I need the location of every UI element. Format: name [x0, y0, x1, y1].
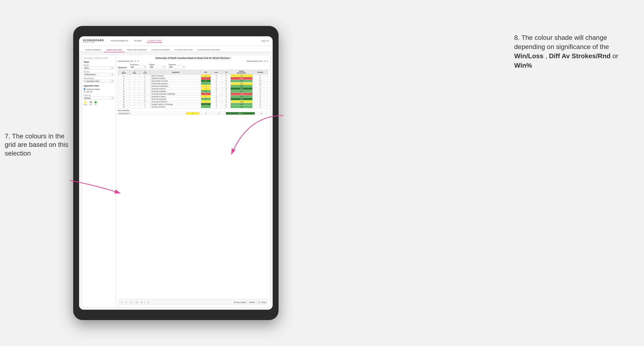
subnav-team-h2h-grid[interactable]: TEAM H2H GRID: [104, 48, 124, 52]
division-label: Division: [84, 71, 114, 73]
nav-committee[interactable]: COMMITTEE: [146, 39, 162, 43]
opponent-label: Opponent: [168, 64, 185, 65]
radio-opponents-played[interactable]: Opponents Played: [84, 88, 114, 90]
subnav-team-h2h-heatmap[interactable]: TEAM H2H HEATMAP: [124, 48, 150, 52]
cell-diff: 2.61: [230, 90, 252, 93]
cell-conf: 5: [140, 100, 150, 103]
sidebar-gender-field: Gender Men's: [84, 64, 114, 70]
legend-level: Level: [89, 101, 92, 105]
opponent-select[interactable]: (All): [168, 66, 185, 68]
division-select[interactable]: NCAA Division I: [84, 73, 114, 76]
cell-rank: 8: [118, 85, 130, 87]
cell-conf: 2: [140, 82, 150, 85]
cell-rounds: 2: [252, 87, 268, 90]
cell-reg: -: [130, 77, 140, 80]
cell-rank: 14: [118, 100, 130, 103]
radio-top-100[interactable]: Top 100: [84, 91, 114, 93]
cell-rounds: 17: [252, 80, 268, 82]
right-content: University of North Carolina Head-to-Hea…: [116, 55, 270, 307]
watch-button[interactable]: Watch ▾: [249, 302, 256, 303]
cell-diff: 9.00: [230, 87, 252, 90]
filters-row: Opponents: Conference (All) Region (All): [118, 64, 268, 68]
cell-reg: -: [130, 85, 140, 87]
cell-rank: 16: [118, 106, 130, 108]
cell-rounds: 8: [252, 90, 268, 93]
cell-win: 1: [201, 95, 210, 98]
share-button[interactable]: Share: [262, 302, 266, 303]
copy-button[interactable]: ⧉: [136, 301, 138, 304]
tablet-screen: SCOREBOARD Powered by clippd TOURNAMENTS…: [79, 36, 273, 310]
logo-sub: Powered by clippd: [83, 42, 104, 43]
sign-out-button[interactable]: | Sign out: [261, 40, 269, 42]
conference-select[interactable]: (All): [130, 66, 146, 68]
cell-reg: -: [130, 80, 140, 82]
cell-opponent: Georgia Institute of Technology: [150, 103, 201, 106]
cell-win: 0: [201, 77, 210, 80]
cell-loss: 0: [210, 103, 222, 106]
nav-teams[interactable]: TEAMS: [133, 39, 143, 43]
cell-diff: 2.33: [230, 95, 252, 98]
cell-reg: -: [130, 95, 140, 98]
cell-reg: -: [130, 74, 140, 77]
subnav-team-summary[interactable]: TEAM SUMMARY: [83, 48, 104, 52]
table-row: 3 - 2 Vanderbilt University 0 4 0 -2.29 …: [118, 77, 268, 80]
cell-rank: 9: [118, 87, 130, 90]
cell-win: 2: [201, 74, 210, 77]
cell-win: 4: [201, 82, 210, 85]
cell-rounds: 9: [252, 100, 268, 103]
school-select[interactable]: 1. University of Nort...: [84, 80, 114, 83]
table-row: 2 - 1 Auburn University 2 1 0 1.67 9: [118, 74, 268, 77]
cell-reg: -: [130, 98, 140, 100]
cell-opponent: University of Arizona: [150, 87, 201, 90]
cell-loss: 0: [210, 87, 222, 90]
cell-diff: 4.50: [230, 103, 252, 106]
left-sidebar: Last Updated: 27/03/2024 16:55:38 Team G…: [82, 55, 116, 307]
cell-opponent: University of Arkansas, Fayetteville: [150, 93, 201, 95]
refresh-button[interactable]: ↺: [129, 301, 132, 304]
cell-opponent: Florida State University: [150, 82, 201, 85]
cell-win: 1: [201, 87, 210, 90]
tablet-frame: SCOREBOARD Powered by clippd TOURNAMENTS…: [73, 26, 278, 320]
cell-win: 5: [201, 103, 210, 106]
annotation-left: 7. The colours in the grid are based on …: [5, 132, 71, 158]
undo-button[interactable]: ↩: [120, 301, 123, 304]
cell-conf: 1: [140, 74, 150, 77]
cell-rank: 2: [118, 74, 130, 77]
cell-tie: 0: [222, 85, 230, 87]
paste-button[interactable]: ⊞: [140, 301, 143, 304]
cell-loss: 0: [210, 100, 222, 103]
colour-by-select[interactable]: Win/loss: [84, 97, 114, 100]
gender-select[interactable]: Men's: [84, 66, 114, 70]
col-tie: Tie: [222, 70, 230, 74]
cell-win: 3: [201, 90, 210, 93]
cell-reg: -: [130, 82, 140, 85]
subnav-player-summary[interactable]: PLAYER SUMMARY: [149, 48, 172, 52]
opponent-view-group: Opponents Played Top 100: [84, 88, 114, 93]
cell-opponent: Vanderbilt University: [150, 77, 201, 80]
toolbar-separator-2: [145, 301, 145, 304]
cell-rounds: 3: [252, 93, 268, 95]
cell-conf: 4: [140, 103, 150, 106]
cell-opponent: University of Virginia: [150, 95, 201, 98]
region-select[interactable]: (All): [149, 66, 166, 68]
cell-out-tie: 0: [212, 112, 226, 115]
subnav-player-h2h-heatmap[interactable]: PLAYER H2H HEATMAP: [195, 48, 222, 52]
subnav-player-h2h-grid[interactable]: PLAYER H2H GRID: [172, 48, 195, 52]
cell-opponent: University of Oklahoma: [150, 100, 201, 103]
cell-rounds: 3: [252, 85, 268, 87]
cell-diff: -2.29: [230, 77, 252, 80]
cell-win: 3: [201, 106, 210, 108]
view-label: 🖥 View: Original: [234, 302, 246, 303]
grid-title: University of North Carolina Head-to-Hea…: [118, 57, 268, 59]
legend-up-label: Up: [95, 104, 96, 105]
comment-button[interactable]: 💬: [258, 302, 260, 303]
nav-tournaments[interactable]: TOURNAMENTS: [110, 39, 129, 43]
clock-button[interactable]: 🕐: [146, 301, 150, 304]
legend-level-circle: [90, 101, 92, 103]
cell-tie: 0: [222, 77, 230, 80]
logo-text: SCOREBOARD: [83, 39, 104, 42]
redo-button[interactable]: ↪: [124, 301, 128, 304]
annotation-right: 8. The colour shade will change dependin…: [514, 33, 637, 70]
table-row: 15 - 4 Georgia Institute of Technology 5…: [118, 103, 268, 106]
cell-reg: -: [130, 103, 140, 106]
